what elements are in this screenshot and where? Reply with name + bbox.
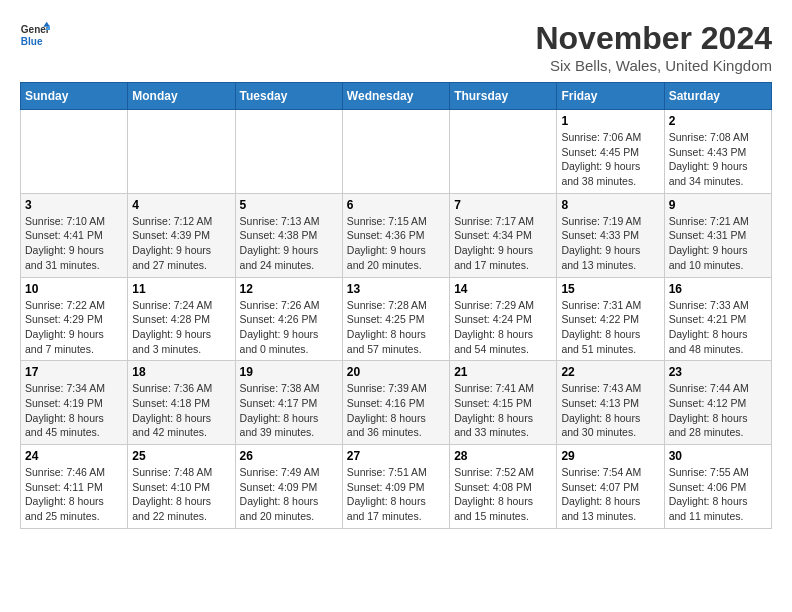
day-number: 29	[561, 449, 659, 463]
day-number: 10	[25, 282, 123, 296]
header-row: Sunday Monday Tuesday Wednesday Thursday…	[21, 83, 772, 110]
calendar-cell: 6Sunrise: 7:15 AM Sunset: 4:36 PM Daylig…	[342, 193, 449, 277]
calendar-cell: 9Sunrise: 7:21 AM Sunset: 4:31 PM Daylig…	[664, 193, 771, 277]
calendar-cell: 10Sunrise: 7:22 AM Sunset: 4:29 PM Dayli…	[21, 277, 128, 361]
calendar-title: November 2024	[535, 20, 772, 57]
header-wednesday: Wednesday	[342, 83, 449, 110]
day-info: Sunrise: 7:48 AM Sunset: 4:10 PM Dayligh…	[132, 465, 230, 524]
day-info: Sunrise: 7:34 AM Sunset: 4:19 PM Dayligh…	[25, 381, 123, 440]
day-info: Sunrise: 7:31 AM Sunset: 4:22 PM Dayligh…	[561, 298, 659, 357]
logo-icon: General Blue	[20, 20, 50, 50]
calendar-cell: 16Sunrise: 7:33 AM Sunset: 4:21 PM Dayli…	[664, 277, 771, 361]
header-friday: Friday	[557, 83, 664, 110]
calendar-subtitle: Six Bells, Wales, United Kingdom	[535, 57, 772, 74]
calendar-cell: 2Sunrise: 7:08 AM Sunset: 4:43 PM Daylig…	[664, 110, 771, 194]
day-info: Sunrise: 7:41 AM Sunset: 4:15 PM Dayligh…	[454, 381, 552, 440]
calendar-cell: 24Sunrise: 7:46 AM Sunset: 4:11 PM Dayli…	[21, 445, 128, 529]
logo: General Blue	[20, 20, 50, 50]
day-number: 12	[240, 282, 338, 296]
day-info: Sunrise: 7:44 AM Sunset: 4:12 PM Dayligh…	[669, 381, 767, 440]
calendar-week-3: 10Sunrise: 7:22 AM Sunset: 4:29 PM Dayli…	[21, 277, 772, 361]
calendar-cell: 7Sunrise: 7:17 AM Sunset: 4:34 PM Daylig…	[450, 193, 557, 277]
day-info: Sunrise: 7:12 AM Sunset: 4:39 PM Dayligh…	[132, 214, 230, 273]
calendar-cell: 14Sunrise: 7:29 AM Sunset: 4:24 PM Dayli…	[450, 277, 557, 361]
day-info: Sunrise: 7:33 AM Sunset: 4:21 PM Dayligh…	[669, 298, 767, 357]
calendar-cell: 15Sunrise: 7:31 AM Sunset: 4:22 PM Dayli…	[557, 277, 664, 361]
day-number: 30	[669, 449, 767, 463]
calendar-cell: 17Sunrise: 7:34 AM Sunset: 4:19 PM Dayli…	[21, 361, 128, 445]
day-info: Sunrise: 7:28 AM Sunset: 4:25 PM Dayligh…	[347, 298, 445, 357]
day-info: Sunrise: 7:15 AM Sunset: 4:36 PM Dayligh…	[347, 214, 445, 273]
day-info: Sunrise: 7:51 AM Sunset: 4:09 PM Dayligh…	[347, 465, 445, 524]
calendar-header: Sunday Monday Tuesday Wednesday Thursday…	[21, 83, 772, 110]
day-info: Sunrise: 7:13 AM Sunset: 4:38 PM Dayligh…	[240, 214, 338, 273]
calendar-cell: 11Sunrise: 7:24 AM Sunset: 4:28 PM Dayli…	[128, 277, 235, 361]
calendar-cell: 20Sunrise: 7:39 AM Sunset: 4:16 PM Dayli…	[342, 361, 449, 445]
svg-text:Blue: Blue	[21, 36, 43, 47]
day-info: Sunrise: 7:36 AM Sunset: 4:18 PM Dayligh…	[132, 381, 230, 440]
day-number: 23	[669, 365, 767, 379]
day-info: Sunrise: 7:39 AM Sunset: 4:16 PM Dayligh…	[347, 381, 445, 440]
day-info: Sunrise: 7:46 AM Sunset: 4:11 PM Dayligh…	[25, 465, 123, 524]
day-number: 16	[669, 282, 767, 296]
calendar-cell: 30Sunrise: 7:55 AM Sunset: 4:06 PM Dayli…	[664, 445, 771, 529]
day-info: Sunrise: 7:55 AM Sunset: 4:06 PM Dayligh…	[669, 465, 767, 524]
day-number: 7	[454, 198, 552, 212]
day-number: 11	[132, 282, 230, 296]
day-number: 19	[240, 365, 338, 379]
calendar-week-2: 3Sunrise: 7:10 AM Sunset: 4:41 PM Daylig…	[21, 193, 772, 277]
day-number: 8	[561, 198, 659, 212]
header-thursday: Thursday	[450, 83, 557, 110]
day-info: Sunrise: 7:54 AM Sunset: 4:07 PM Dayligh…	[561, 465, 659, 524]
calendar-cell: 18Sunrise: 7:36 AM Sunset: 4:18 PM Dayli…	[128, 361, 235, 445]
day-number: 3	[25, 198, 123, 212]
calendar-cell: 19Sunrise: 7:38 AM Sunset: 4:17 PM Dayli…	[235, 361, 342, 445]
calendar-cell	[235, 110, 342, 194]
day-info: Sunrise: 7:29 AM Sunset: 4:24 PM Dayligh…	[454, 298, 552, 357]
calendar-cell: 12Sunrise: 7:26 AM Sunset: 4:26 PM Dayli…	[235, 277, 342, 361]
day-number: 25	[132, 449, 230, 463]
day-number: 5	[240, 198, 338, 212]
day-number: 1	[561, 114, 659, 128]
day-info: Sunrise: 7:22 AM Sunset: 4:29 PM Dayligh…	[25, 298, 123, 357]
day-info: Sunrise: 7:26 AM Sunset: 4:26 PM Dayligh…	[240, 298, 338, 357]
calendar-cell: 28Sunrise: 7:52 AM Sunset: 4:08 PM Dayli…	[450, 445, 557, 529]
header-sunday: Sunday	[21, 83, 128, 110]
day-number: 20	[347, 365, 445, 379]
day-info: Sunrise: 7:52 AM Sunset: 4:08 PM Dayligh…	[454, 465, 552, 524]
calendar-cell: 8Sunrise: 7:19 AM Sunset: 4:33 PM Daylig…	[557, 193, 664, 277]
day-info: Sunrise: 7:43 AM Sunset: 4:13 PM Dayligh…	[561, 381, 659, 440]
day-info: Sunrise: 7:49 AM Sunset: 4:09 PM Dayligh…	[240, 465, 338, 524]
calendar-week-5: 24Sunrise: 7:46 AM Sunset: 4:11 PM Dayli…	[21, 445, 772, 529]
calendar-cell: 23Sunrise: 7:44 AM Sunset: 4:12 PM Dayli…	[664, 361, 771, 445]
calendar-cell	[21, 110, 128, 194]
calendar-cell: 1Sunrise: 7:06 AM Sunset: 4:45 PM Daylig…	[557, 110, 664, 194]
day-number: 15	[561, 282, 659, 296]
calendar-week-4: 17Sunrise: 7:34 AM Sunset: 4:19 PM Dayli…	[21, 361, 772, 445]
calendar-cell: 22Sunrise: 7:43 AM Sunset: 4:13 PM Dayli…	[557, 361, 664, 445]
day-number: 18	[132, 365, 230, 379]
calendar-week-1: 1Sunrise: 7:06 AM Sunset: 4:45 PM Daylig…	[21, 110, 772, 194]
header-tuesday: Tuesday	[235, 83, 342, 110]
day-info: Sunrise: 7:06 AM Sunset: 4:45 PM Dayligh…	[561, 130, 659, 189]
day-info: Sunrise: 7:38 AM Sunset: 4:17 PM Dayligh…	[240, 381, 338, 440]
day-info: Sunrise: 7:21 AM Sunset: 4:31 PM Dayligh…	[669, 214, 767, 273]
day-number: 2	[669, 114, 767, 128]
day-number: 27	[347, 449, 445, 463]
calendar-cell	[342, 110, 449, 194]
header: General Blue November 2024 Six Bells, Wa…	[20, 20, 772, 74]
day-number: 4	[132, 198, 230, 212]
day-number: 22	[561, 365, 659, 379]
header-saturday: Saturday	[664, 83, 771, 110]
day-number: 9	[669, 198, 767, 212]
calendar-cell: 29Sunrise: 7:54 AM Sunset: 4:07 PM Dayli…	[557, 445, 664, 529]
calendar-cell: 3Sunrise: 7:10 AM Sunset: 4:41 PM Daylig…	[21, 193, 128, 277]
day-number: 21	[454, 365, 552, 379]
day-info: Sunrise: 7:10 AM Sunset: 4:41 PM Dayligh…	[25, 214, 123, 273]
calendar-cell: 27Sunrise: 7:51 AM Sunset: 4:09 PM Dayli…	[342, 445, 449, 529]
calendar-cell: 5Sunrise: 7:13 AM Sunset: 4:38 PM Daylig…	[235, 193, 342, 277]
calendar-table: Sunday Monday Tuesday Wednesday Thursday…	[20, 82, 772, 529]
day-info: Sunrise: 7:24 AM Sunset: 4:28 PM Dayligh…	[132, 298, 230, 357]
day-number: 6	[347, 198, 445, 212]
day-number: 24	[25, 449, 123, 463]
